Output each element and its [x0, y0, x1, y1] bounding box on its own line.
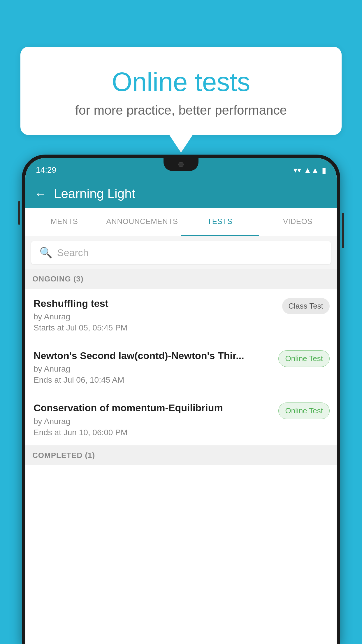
tabs-container: MENTS ANNOUNCEMENTS TESTS VIDEOS [25, 208, 337, 236]
status-icons: ▾▾ ▲▲ ▮ [294, 165, 326, 175]
ongoing-section-header: ONGOING (3) [25, 269, 337, 289]
wifi-icon: ▾▾ [294, 166, 301, 175]
signal-icon: ▲▲ [304, 166, 319, 175]
phone-notch [164, 158, 198, 171]
search-bar[interactable]: 🔍 Search [31, 241, 331, 264]
completed-label: COMPLETED (1) [32, 451, 95, 460]
speech-bubble: Online tests for more practice, better p… [20, 47, 342, 135]
test-title-3: Conservation of momentum-Equilibrium [34, 401, 273, 414]
speech-bubble-container: Online tests for more practice, better p… [20, 47, 342, 153]
ongoing-label: ONGOING (3) [32, 274, 84, 283]
app-title: Learning Light [54, 186, 135, 201]
test-time-2: Ends at Jul 06, 10:45 AM [34, 375, 273, 385]
test-author-2: by Anurag [34, 364, 273, 374]
search-container: 🔍 Search [25, 236, 337, 269]
test-badge-1: Class Test [282, 298, 330, 314]
test-badge-3: Online Test [278, 402, 330, 419]
phone-screen: 14:29 ▾▾ ▲▲ ▮ ← Learning Light MENTS ANN… [25, 158, 337, 644]
test-item-3-content: Conservation of momentum-Equilibrium by … [34, 401, 273, 437]
test-badge-2: Online Test [278, 350, 330, 367]
test-time-1: Starts at Jul 05, 05:45 PM [34, 323, 276, 332]
back-button[interactable]: ← [34, 187, 47, 200]
phone-power-button [342, 213, 344, 248]
test-item-1[interactable]: Reshuffling test by Anurag Starts at Jul… [25, 289, 337, 341]
test-item-2[interactable]: Newton's Second law(contd)-Newton's Thir… [25, 341, 337, 393]
status-time: 14:29 [36, 165, 56, 175]
phone-frame: 14:29 ▾▾ ▲▲ ▮ ← Learning Light MENTS ANN… [22, 155, 340, 644]
tab-videos[interactable]: VIDEOS [259, 208, 337, 236]
battery-icon: ▮ [322, 165, 326, 175]
test-item-1-content: Reshuffling test by Anurag Starts at Jul… [34, 297, 276, 332]
test-author-3: by Anurag [34, 417, 273, 426]
camera-icon [178, 162, 184, 167]
test-author-1: by Anurag [34, 312, 276, 321]
phone-volume-button [18, 201, 20, 225]
app-bar: ← Learning Light [25, 179, 337, 208]
search-input[interactable]: Search [57, 247, 89, 258]
tab-ments[interactable]: MENTS [25, 208, 103, 236]
speech-bubble-title: Online tests [38, 67, 324, 97]
tab-announcements[interactable]: ANNOUNCEMENTS [103, 208, 181, 236]
test-title-2: Newton's Second law(contd)-Newton's Thir… [34, 349, 273, 362]
tab-tests[interactable]: TESTS [181, 208, 259, 236]
speech-bubble-subtitle: for more practice, better performance [38, 103, 324, 118]
test-item-3[interactable]: Conservation of momentum-Equilibrium by … [25, 393, 337, 445]
test-item-2-content: Newton's Second law(contd)-Newton's Thir… [34, 349, 273, 385]
speech-bubble-arrow [169, 135, 193, 153]
search-icon: 🔍 [39, 246, 52, 259]
test-title-1: Reshuffling test [34, 297, 276, 310]
completed-section-header: COMPLETED (1) [25, 446, 337, 465]
test-time-3: Ends at Jun 10, 06:00 PM [34, 428, 273, 437]
